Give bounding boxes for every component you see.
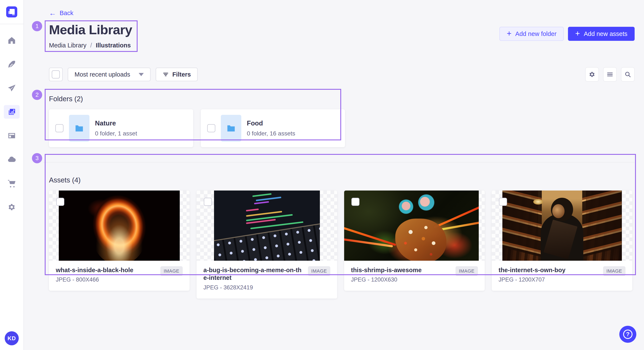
back-link[interactable]: ← Back — [49, 9, 73, 16]
folder-checkbox[interactable] — [55, 124, 64, 132]
search-button[interactable] — [621, 67, 635, 82]
asset-meta: JPEG - 1200X630 — [351, 276, 451, 283]
settings-gear-icon — [7, 203, 16, 212]
strapi-logo[interactable] — [6, 6, 17, 17]
asset-title: a-bug-is-becoming-a-meme-on-the-internet — [204, 266, 304, 282]
breadcrumb-current: Illustrations — [96, 42, 131, 49]
sidebar-item-content-type-builder[interactable] — [4, 129, 20, 143]
title-block: Media Library Media Library / Illustrati… — [49, 22, 132, 49]
main-content: ← Back Media Library Media Library / Ill… — [24, 0, 644, 299]
sort-select-value: Most recent uploads — [74, 71, 130, 78]
assets-heading: Assets (4) — [49, 176, 635, 184]
content-type-builder-icon — [7, 131, 16, 140]
folder-name: Food — [247, 120, 295, 127]
help-button[interactable]: ? — [619, 326, 636, 343]
media-settings-button[interactable] — [585, 67, 599, 82]
breadcrumb-root[interactable]: Media Library — [49, 42, 86, 49]
select-all-tile[interactable] — [49, 68, 62, 81]
sidebar-item-releases[interactable] — [4, 81, 20, 95]
settings-gear-icon — [588, 71, 596, 78]
folder-tile — [221, 115, 241, 142]
media-library-icon — [7, 107, 16, 116]
add-folder-label: Add new folder — [515, 30, 556, 37]
sidebar-item-deploy[interactable] — [4, 153, 20, 166]
add-new-assets-button[interactable]: + Add new assets — [568, 27, 635, 41]
asset-card-black-hole[interactable]: what-s-inside-a-black-hole JPEG - 800X46… — [49, 190, 190, 291]
asset-type-badge: IMAGE — [160, 266, 183, 276]
section-divider — [43, 162, 635, 163]
sidebar-item-media-library[interactable] — [4, 105, 20, 119]
question-mark-icon: ? — [623, 330, 632, 339]
folder-card-nature[interactable]: Nature 0 folder, 1 asset — [49, 109, 193, 147]
list-view-button[interactable] — [603, 67, 617, 82]
folder-checkbox[interactable] — [207, 124, 215, 132]
folder-name: Nature — [95, 120, 137, 127]
search-icon — [624, 71, 632, 78]
asset-type-badge: IMAGE — [456, 266, 478, 276]
folder-icon — [74, 123, 84, 133]
folder-card-food[interactable]: Food 0 folder, 16 assets — [201, 109, 345, 147]
asset-checkbox[interactable] — [204, 198, 212, 206]
library-portrait-image — [502, 190, 622, 261]
filters-label: Filters — [172, 71, 191, 78]
deploy-cloud-icon — [7, 155, 16, 164]
marketplace-cart-icon — [7, 179, 16, 188]
sort-select[interactable]: Most recent uploads — [68, 68, 150, 81]
add-new-folder-button[interactable]: + Add new folder — [500, 27, 564, 41]
asset-card-internets-own-boy[interactable]: the-internet-s-own-boy JPEG - 1200X707 I… — [492, 190, 632, 291]
list-view-icon — [606, 71, 614, 78]
sidebar-item-settings[interactable] — [4, 200, 20, 214]
sidebar-nav — [4, 24, 20, 214]
asset-thumbnail[interactable] — [344, 190, 485, 261]
asset-checkbox[interactable] — [352, 198, 360, 206]
page-title: Media Library — [49, 22, 132, 37]
asset-thumbnail[interactable] — [492, 190, 632, 261]
back-label: Back — [60, 9, 73, 16]
select-all-checkbox[interactable] — [52, 70, 60, 78]
asset-type-badge: IMAGE — [603, 266, 626, 276]
sidebar-item-content-manager[interactable] — [4, 57, 20, 71]
plus-icon: + — [575, 29, 580, 37]
logo-container — [0, 0, 24, 24]
asset-checkbox[interactable] — [499, 198, 507, 206]
asset-type-badge: IMAGE — [308, 266, 330, 276]
back-arrow-icon: ← — [49, 9, 56, 16]
asset-card-shrimp[interactable]: this-shrimp-is-awesome JPEG - 1200X630 I… — [344, 190, 485, 291]
home-icon — [7, 36, 16, 45]
asset-meta: JPEG - 3628X2419 — [204, 284, 304, 291]
filter-icon — [162, 71, 169, 78]
assets-section: Assets (4) what-s-inside-a-black-hole JP… — [49, 176, 635, 299]
release-paper-plane-icon — [7, 84, 16, 93]
folder-tile — [69, 115, 90, 142]
content-manager-feather-icon — [7, 60, 16, 69]
asset-card-bug-meme[interactable]: a-bug-is-becoming-a-meme-on-the-internet… — [196, 190, 337, 299]
folder-meta: 0 folder, 1 asset — [95, 130, 137, 137]
black-hole-image — [59, 190, 180, 261]
asset-checkbox[interactable] — [56, 198, 64, 206]
folder-meta: 0 folder, 16 assets — [247, 130, 295, 137]
filters-button[interactable]: Filters — [156, 68, 198, 81]
plus-icon: + — [507, 29, 511, 37]
breadcrumb: Media Library / Illustrations — [49, 42, 132, 49]
folders-heading: Folders (2) — [49, 95, 635, 103]
sidebar-item-marketplace[interactable] — [4, 176, 20, 190]
sidebar-item-home[interactable] — [4, 34, 20, 47]
sidebar: KD — [0, 0, 24, 350]
chevron-down-icon — [139, 73, 144, 76]
asset-title: this-shrimp-is-awesome — [351, 266, 451, 274]
breadcrumb-separator: / — [90, 42, 92, 49]
mantis-shrimp-image — [344, 190, 479, 261]
add-assets-label: Add new assets — [584, 30, 628, 37]
user-avatar[interactable]: KD — [5, 331, 19, 345]
folders-section: Folders (2) Nature 0 folder, 1 asset Foo… — [49, 95, 635, 147]
asset-meta: JPEG - 800X466 — [56, 276, 156, 283]
asset-thumbnail[interactable] — [196, 190, 337, 261]
folder-icon — [226, 123, 236, 133]
laptop-code-image — [214, 190, 320, 261]
asset-meta: JPEG - 1200X707 — [498, 276, 599, 283]
asset-title: the-internet-s-own-boy — [498, 266, 599, 274]
asset-thumbnail[interactable] — [49, 190, 190, 261]
asset-title: what-s-inside-a-black-hole — [56, 266, 156, 274]
